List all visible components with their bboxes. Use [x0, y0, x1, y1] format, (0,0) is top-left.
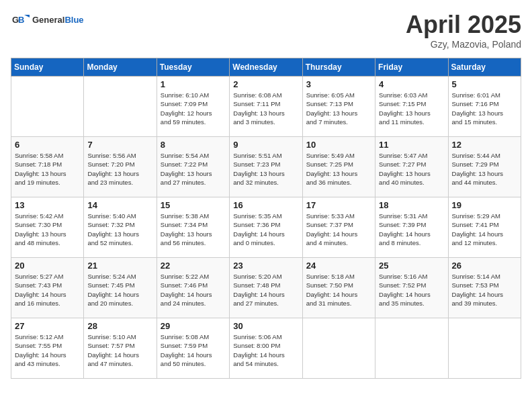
- calendar-cell: 29Sunrise: 5:08 AM Sunset: 7:59 PM Dayli…: [157, 318, 229, 379]
- day-number: 30: [233, 321, 298, 331]
- day-number: 14: [87, 200, 152, 210]
- day-info: Sunrise: 5:35 AM Sunset: 7:36 PM Dayligh…: [233, 212, 298, 247]
- day-info: Sunrise: 5:38 AM Sunset: 7:34 PM Dayligh…: [161, 212, 226, 247]
- day-info: Sunrise: 5:16 AM Sunset: 7:52 PM Dayligh…: [379, 272, 444, 308]
- calendar-cell: [302, 318, 375, 379]
- calendar-cell: 7Sunrise: 5:56 AM Sunset: 7:20 PM Daylig…: [84, 137, 157, 197]
- day-number: 25: [379, 261, 444, 271]
- day-info: Sunrise: 5:51 AM Sunset: 7:23 PM Dayligh…: [233, 151, 298, 187]
- calendar-cell: 9Sunrise: 5:51 AM Sunset: 7:23 PM Daylig…: [230, 137, 302, 197]
- day-info: Sunrise: 5:54 AM Sunset: 7:22 PM Dayligh…: [161, 151, 226, 187]
- logo-general: General: [32, 15, 64, 25]
- day-number: 11: [379, 140, 444, 150]
- calendar-cell: 27Sunrise: 5:12 AM Sunset: 7:55 PM Dayli…: [11, 318, 84, 379]
- day-number: 8: [161, 140, 226, 150]
- day-info: Sunrise: 5:40 AM Sunset: 7:32 PM Dayligh…: [87, 212, 152, 247]
- weekday-header-row: SundayMondayTuesdayWednesdayThursdayFrid…: [11, 58, 521, 77]
- day-info: Sunrise: 5:31 AM Sunset: 7:39 PM Dayligh…: [379, 212, 444, 247]
- day-info: Sunrise: 5:18 AM Sunset: 7:50 PM Dayligh…: [306, 272, 371, 308]
- calendar-cell: 18Sunrise: 5:31 AM Sunset: 7:39 PM Dayli…: [375, 197, 448, 258]
- calendar-cell: 28Sunrise: 5:10 AM Sunset: 7:57 PM Dayli…: [84, 318, 157, 379]
- day-number: 28: [87, 321, 152, 331]
- calendar-cell: 25Sunrise: 5:16 AM Sunset: 7:52 PM Dayli…: [375, 258, 448, 318]
- calendar-cell: [84, 77, 157, 137]
- day-info: Sunrise: 5:24 AM Sunset: 7:45 PM Dayligh…: [87, 272, 152, 308]
- day-number: 16: [233, 200, 298, 210]
- day-info: Sunrise: 5:33 AM Sunset: 7:37 PM Dayligh…: [306, 212, 371, 247]
- calendar-cell: 12Sunrise: 5:44 AM Sunset: 7:29 PM Dayli…: [448, 137, 521, 197]
- day-info: Sunrise: 5:49 AM Sunset: 7:25 PM Dayligh…: [306, 151, 371, 187]
- day-info: Sunrise: 6:01 AM Sunset: 7:16 PM Dayligh…: [452, 91, 517, 126]
- day-info: Sunrise: 6:03 AM Sunset: 7:15 PM Dayligh…: [379, 91, 444, 126]
- calendar-cell: 16Sunrise: 5:35 AM Sunset: 7:36 PM Dayli…: [230, 197, 302, 258]
- calendar-cell: 21Sunrise: 5:24 AM Sunset: 7:45 PM Dayli…: [84, 258, 157, 318]
- calendar-week-row: 6Sunrise: 5:58 AM Sunset: 7:18 PM Daylig…: [11, 137, 521, 197]
- calendar-cell: [448, 318, 521, 379]
- calendar-cell: 4Sunrise: 6:03 AM Sunset: 7:15 PM Daylig…: [375, 77, 448, 137]
- calendar-table: SundayMondayTuesdayWednesdayThursdayFrid…: [11, 58, 521, 379]
- weekday-header: Monday: [84, 58, 157, 77]
- calendar-cell: 14Sunrise: 5:40 AM Sunset: 7:32 PM Dayli…: [84, 197, 157, 258]
- calendar-cell: 13Sunrise: 5:42 AM Sunset: 7:30 PM Dayli…: [11, 197, 84, 258]
- day-number: 18: [379, 200, 444, 210]
- day-info: Sunrise: 5:06 AM Sunset: 8:00 PM Dayligh…: [233, 332, 298, 368]
- calendar-cell: 15Sunrise: 5:38 AM Sunset: 7:34 PM Dayli…: [157, 197, 229, 258]
- calendar-cell: 22Sunrise: 5:22 AM Sunset: 7:46 PM Dayli…: [157, 258, 229, 318]
- day-info: Sunrise: 5:42 AM Sunset: 7:30 PM Dayligh…: [15, 212, 80, 247]
- day-number: 21: [87, 261, 152, 271]
- calendar-cell: 17Sunrise: 5:33 AM Sunset: 7:37 PM Dayli…: [302, 197, 375, 258]
- location-subtitle: Gzy, Mazovia, Poland: [406, 39, 521, 50]
- day-info: Sunrise: 6:08 AM Sunset: 7:11 PM Dayligh…: [233, 91, 298, 126]
- day-number: 9: [233, 140, 298, 150]
- calendar-cell: 20Sunrise: 5:27 AM Sunset: 7:43 PM Dayli…: [11, 258, 84, 318]
- day-info: Sunrise: 5:29 AM Sunset: 7:41 PM Dayligh…: [452, 212, 517, 247]
- calendar-cell: 19Sunrise: 5:29 AM Sunset: 7:41 PM Dayli…: [448, 197, 521, 258]
- day-number: 24: [306, 261, 371, 271]
- day-info: Sunrise: 5:20 AM Sunset: 7:48 PM Dayligh…: [233, 272, 298, 308]
- calendar-cell: 23Sunrise: 5:20 AM Sunset: 7:48 PM Dayli…: [230, 258, 302, 318]
- calendar-cell: [375, 318, 448, 379]
- day-info: Sunrise: 5:56 AM Sunset: 7:20 PM Dayligh…: [87, 151, 152, 187]
- calendar-cell: 30Sunrise: 5:06 AM Sunset: 8:00 PM Dayli…: [230, 318, 302, 379]
- title-area: April 2025 Gzy, Mazovia, Poland: [406, 11, 521, 50]
- day-number: 13: [15, 200, 80, 210]
- weekday-header: Friday: [375, 58, 448, 77]
- svg-text:B: B: [18, 15, 24, 25]
- logo-blue: Blue: [64, 15, 83, 25]
- calendar-cell: 1Sunrise: 6:10 AM Sunset: 7:09 PM Daylig…: [157, 77, 229, 137]
- month-title: April 2025: [406, 11, 521, 39]
- day-info: Sunrise: 5:22 AM Sunset: 7:46 PM Dayligh…: [161, 272, 226, 308]
- day-number: 27: [15, 321, 80, 331]
- day-info: Sunrise: 5:58 AM Sunset: 7:18 PM Dayligh…: [15, 151, 80, 187]
- calendar-cell: 2Sunrise: 6:08 AM Sunset: 7:11 PM Daylig…: [230, 77, 302, 137]
- logo: G B GeneralBlue: [11, 11, 84, 30]
- calendar-cell: [11, 77, 84, 137]
- day-number: 17: [306, 200, 371, 210]
- day-info: Sunrise: 5:08 AM Sunset: 7:59 PM Dayligh…: [161, 332, 226, 368]
- day-number: 26: [452, 261, 517, 271]
- day-info: Sunrise: 5:10 AM Sunset: 7:57 PM Dayligh…: [87, 332, 152, 368]
- day-info: Sunrise: 6:05 AM Sunset: 7:13 PM Dayligh…: [306, 91, 371, 126]
- day-number: 6: [15, 140, 80, 150]
- calendar-cell: 10Sunrise: 5:49 AM Sunset: 7:25 PM Dayli…: [302, 137, 375, 197]
- page-header: G B GeneralBlue April 2025 Gzy, Mazovia,…: [11, 11, 521, 50]
- weekday-header: Tuesday: [157, 58, 229, 77]
- calendar-cell: 3Sunrise: 6:05 AM Sunset: 7:13 PM Daylig…: [302, 77, 375, 137]
- calendar-cell: 5Sunrise: 6:01 AM Sunset: 7:16 PM Daylig…: [448, 77, 521, 137]
- day-info: Sunrise: 5:47 AM Sunset: 7:27 PM Dayligh…: [379, 151, 444, 187]
- day-number: 10: [306, 140, 371, 150]
- calendar-week-row: 27Sunrise: 5:12 AM Sunset: 7:55 PM Dayli…: [11, 318, 521, 379]
- day-number: 3: [306, 79, 371, 89]
- calendar-cell: 24Sunrise: 5:18 AM Sunset: 7:50 PM Dayli…: [302, 258, 375, 318]
- day-info: Sunrise: 5:14 AM Sunset: 7:53 PM Dayligh…: [452, 272, 517, 308]
- svg-marker-2: [24, 15, 30, 17]
- calendar-week-row: 20Sunrise: 5:27 AM Sunset: 7:43 PM Dayli…: [11, 258, 521, 318]
- logo-icon: G B: [11, 11, 30, 30]
- day-number: 29: [161, 321, 226, 331]
- day-number: 2: [233, 79, 298, 89]
- day-info: Sunrise: 5:27 AM Sunset: 7:43 PM Dayligh…: [15, 272, 80, 308]
- weekday-header: Wednesday: [230, 58, 302, 77]
- day-number: 4: [379, 79, 444, 89]
- day-info: Sunrise: 6:10 AM Sunset: 7:09 PM Dayligh…: [161, 91, 226, 126]
- calendar-week-row: 1Sunrise: 6:10 AM Sunset: 7:09 PM Daylig…: [11, 77, 521, 137]
